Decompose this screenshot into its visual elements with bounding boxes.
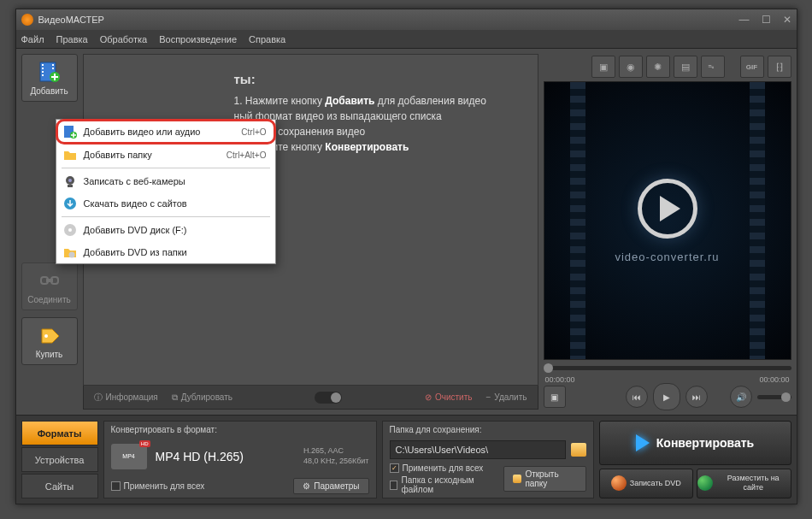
svg-rect-16 xyxy=(68,185,73,187)
menu-item[interactable]: Скачать видео с сайтов xyxy=(56,192,275,215)
seek-thumb[interactable] xyxy=(544,363,553,373)
svg-rect-6 xyxy=(52,68,54,69)
menu-separator xyxy=(62,168,270,168)
svg-rect-1 xyxy=(42,64,44,66)
add-dropdown: Добавить видео или аудиоCtrl+OДобавить п… xyxy=(56,119,276,264)
copy-icon: ⧉ xyxy=(172,392,178,403)
mute-button[interactable]: 🔊 xyxy=(730,386,752,408)
svg-rect-10 xyxy=(46,279,53,282)
svg-point-19 xyxy=(68,228,72,232)
time-current: 00:00:00 xyxy=(545,375,575,384)
open-folder-button[interactable]: Открыть папку xyxy=(503,466,586,492)
app-window: ВидеоМАСТЕР — ☐ ✕ Файл Правка Обработка … xyxy=(15,9,797,504)
bracket-tool-icon[interactable]: ⁅⁆ xyxy=(768,56,791,78)
webcam-icon xyxy=(63,174,77,188)
apply-all-format-checkbox[interactable]: Применить для всех xyxy=(111,481,205,491)
hint-line-2: ный формат видео из выпадающего списка xyxy=(234,110,524,122)
info-button[interactable]: ⓘИнформация xyxy=(94,392,158,404)
same-folder-checkbox[interactable]: Папка с исходным файлом xyxy=(390,475,497,494)
speed-tool-icon[interactable]: ᯓ xyxy=(701,56,725,78)
close-button[interactable]: ✕ xyxy=(783,14,791,26)
effects-tool-icon[interactable]: ✺ xyxy=(646,56,670,78)
seek-bar[interactable] xyxy=(544,366,791,370)
menu-process[interactable]: Обработка xyxy=(100,34,147,44)
tab-devices[interactable]: Устройства xyxy=(21,447,98,472)
volume-slider[interactable] xyxy=(757,395,791,399)
save-path-input[interactable]: C:\Users\User\Videos\ xyxy=(390,440,566,459)
mp4-icon: MP4HD xyxy=(111,444,147,469)
burn-dvd-button[interactable]: Записать DVD xyxy=(599,469,694,498)
preview-screen[interactable]: video-converter.ru xyxy=(544,81,791,360)
buy-label: Купить xyxy=(36,350,63,359)
snapshot-button[interactable]: ▣ xyxy=(544,386,566,408)
gif-tool[interactable]: GIF xyxy=(740,56,764,78)
time-total: 00:00:00 xyxy=(759,375,789,384)
menu-item[interactable]: Добавить DVD из папки xyxy=(56,241,275,263)
duplicate-button[interactable]: ⧉Дублировать xyxy=(172,392,232,403)
save-panel: Папка для сохранения: C:\Users\User\Vide… xyxy=(382,421,594,498)
volume-thumb[interactable] xyxy=(781,392,791,402)
gear-icon: ⚙ xyxy=(303,481,310,491)
apply-all-save-checkbox[interactable]: ✓Применить для всех xyxy=(390,463,497,473)
app-title: ВидеоМАСТЕР xyxy=(38,15,739,25)
menu-separator xyxy=(62,216,270,217)
minimize-button[interactable]: — xyxy=(739,14,750,26)
convert-button[interactable]: Конвертировать xyxy=(599,421,791,465)
dvd-folder-icon xyxy=(63,245,77,259)
svg-point-11 xyxy=(44,334,48,338)
prev-button[interactable]: ⏮ xyxy=(626,386,648,408)
clear-button[interactable]: ⊘Очистить xyxy=(425,392,473,402)
publish-button[interactable]: Разместить на сайте xyxy=(697,469,791,498)
menubar: Файл Правка Обработка Воспроизведение Сп… xyxy=(16,30,797,49)
info-icon: ⓘ xyxy=(94,392,103,404)
maximize-button[interactable]: ☐ xyxy=(762,14,771,26)
menu-item[interactable]: Добавить видео или аудиоCtrl+O xyxy=(56,119,276,144)
menu-item[interactable]: Добавить DVD диск (F:) xyxy=(56,219,275,241)
brand-text: video-converter.ru xyxy=(615,251,719,263)
play-overlay-icon xyxy=(638,179,697,239)
preview-tools: ▣ ◉ ✺ ▤ ᯓ GIF ⁅⁆ xyxy=(544,54,791,81)
crop-tool-icon[interactable]: ▣ xyxy=(591,56,615,78)
svg-rect-3 xyxy=(42,71,44,73)
hint-title: ты: xyxy=(234,72,524,86)
menu-item-label: Скачать видео с сайтов xyxy=(84,198,267,209)
svg-point-15 xyxy=(68,179,72,182)
play-button[interactable]: ▶ xyxy=(653,383,680,410)
next-button[interactable]: ⏭ xyxy=(685,386,708,408)
dvd-icon xyxy=(63,223,77,237)
menu-file[interactable]: Файл xyxy=(21,34,44,44)
glue-button[interactable]: Соединить xyxy=(21,262,78,310)
menu-item-label: Добавить папку xyxy=(84,150,220,160)
buy-button[interactable]: Купить xyxy=(21,317,78,365)
menu-playback[interactable]: Воспроизведение xyxy=(159,34,237,44)
preview-panel: ▣ ◉ ✺ ▤ ᯓ GIF ⁅⁆ video-converter.ru xyxy=(544,54,791,410)
format-title: Конвертировать в формат: xyxy=(111,425,369,434)
folder-icon xyxy=(513,475,522,483)
params-button[interactable]: ⚙Параметры xyxy=(293,478,368,494)
toggle-switch[interactable] xyxy=(315,392,342,404)
menu-help[interactable]: Справка xyxy=(249,34,285,44)
delete-button[interactable]: −Удалить xyxy=(485,392,527,402)
menu-item-label: Добавить видео или аудио xyxy=(84,127,235,137)
menu-item[interactable]: Добавить папкуCtrl+Alt+O xyxy=(56,144,275,166)
cut-tool-icon[interactable]: ▤ xyxy=(674,56,697,78)
film-strip-icon xyxy=(750,82,765,359)
download-icon xyxy=(63,197,77,210)
format-name: MP4 HD (H.265) xyxy=(156,450,295,463)
film-plus-icon xyxy=(63,125,77,139)
menu-edit[interactable]: Правка xyxy=(56,34,88,44)
add-button[interactable]: Добавить xyxy=(21,54,78,102)
save-title: Папка для сохранения: xyxy=(390,425,586,434)
menu-item[interactable]: Записать с веб-камеры xyxy=(56,170,275,192)
svg-rect-2 xyxy=(42,68,44,69)
browse-folder-icon[interactable] xyxy=(571,443,586,457)
format-selector[interactable]: MP4HD MP4 HD (H.265) H.265, AAC 48,0 KHz… xyxy=(111,437,369,475)
folder-icon xyxy=(63,148,77,162)
snapshot-tool-icon[interactable]: ◉ xyxy=(619,56,643,78)
tab-formats[interactable]: Форматы xyxy=(21,421,98,445)
tag-icon xyxy=(38,323,62,347)
globe-icon xyxy=(697,475,713,491)
tab-sites[interactable]: Сайты xyxy=(21,474,98,498)
link-icon xyxy=(38,268,62,292)
app-logo-icon xyxy=(21,14,33,26)
